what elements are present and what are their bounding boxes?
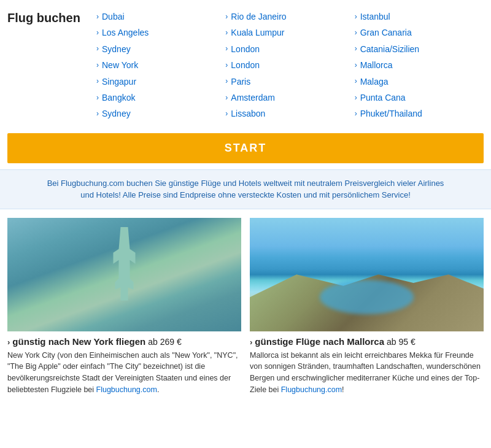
chevron-icon: › (96, 108, 99, 120)
chevron-icon: › (355, 11, 357, 23)
newyork-desc-link[interactable]: Flugbuchung.com (96, 385, 157, 394)
info-line-1: Bei Flugbuchung.com buchen Sie günstige … (12, 177, 479, 190)
newyork-description: New York City (von den Einheimischen auc… (7, 350, 241, 396)
start-button[interactable]: START (7, 133, 484, 163)
chevron-icon: › (96, 92, 99, 104)
chevron-icon: › (225, 108, 228, 120)
chevron-icon: › (96, 43, 99, 55)
chevron-icon: › (225, 92, 228, 104)
links-column-3: › Istanbul› Gran Canaria› Catania/Sizili… (355, 10, 484, 121)
chevron-icon: › (355, 108, 357, 120)
newyork-title-prefix: günstig nach (12, 336, 69, 347)
chevron-icon: › (96, 75, 99, 87)
chevron-icon: › (96, 11, 99, 23)
destination-link[interactable]: › Phuket/Thailand (355, 107, 484, 120)
destination-link[interactable]: › Sydney (96, 107, 225, 120)
newyork-image (7, 218, 241, 331)
destination-link[interactable]: › Catania/Sizilien (355, 42, 484, 56)
info-line-2: und Hotels! Alle Preise sind Endpreise o… (12, 189, 479, 201)
mallorca-desc-link[interactable]: Flugbuchung.com (281, 385, 342, 394)
cards-section: › günstig nach New York fliegen ab 269 €… (0, 209, 491, 404)
destination-link[interactable]: › Istanbul (355, 10, 484, 23)
destination-link[interactable]: › Paris (225, 75, 354, 88)
links-column-2: › Rio de Janeiro› Kuala Lumpur› London› … (225, 10, 354, 121)
chevron-icon: › (355, 92, 357, 104)
newyork-desc-end: . (157, 385, 159, 394)
destination-link[interactable]: › Bangkok (96, 91, 225, 104)
destination-link[interactable]: › Singapur (96, 75, 225, 88)
chevron-icon: › (96, 60, 99, 71)
destination-link[interactable]: › Mallorca (355, 58, 484, 72)
chevron-icon: › (225, 11, 228, 23)
links-grid: › Dubai› Los Angeles› Sydney› New York› … (96, 10, 484, 121)
page-title: Flug buchen (7, 10, 96, 26)
destination-link[interactable]: › New York (96, 58, 225, 72)
newyork-title-link[interactable]: New York fliegen (72, 336, 145, 347)
chevron-icon: › (225, 27, 228, 39)
mallorca-title-prefix: günstige Flüge nach (255, 336, 344, 347)
destination-link[interactable]: › Los Angeles (96, 26, 225, 39)
mallorca-title-link[interactable]: Mallorca (347, 336, 384, 347)
mallorca-desc-end: ! (342, 385, 344, 394)
mallorca-chevron-icon: › (250, 338, 252, 347)
mallorca-description: Mallorca ist bekannt als ein leicht erre… (250, 350, 484, 396)
top-section: Flug buchen › Dubai› Los Angeles› Sydney… (0, 0, 491, 127)
chevron-icon: › (355, 27, 357, 39)
destination-link[interactable]: › London (225, 58, 354, 72)
card-mallorca: › günstige Flüge nach Mallorca ab 95 € M… (250, 218, 484, 396)
destination-link[interactable]: › Rio de Janeiro (225, 10, 354, 23)
destination-link[interactable]: › Amsterdam (225, 91, 354, 104)
newyork-price: ab 269 € (148, 337, 182, 347)
title-area: Flug buchen (7, 10, 96, 121)
destination-link[interactable]: › Malaga (355, 75, 484, 88)
mallorca-image (250, 218, 484, 331)
mallorca-price: ab 95 € (387, 337, 416, 347)
chevron-icon: › (355, 43, 357, 55)
chevron-icon: › (225, 75, 228, 87)
links-column-1: › Dubai› Los Angeles› Sydney› New York› … (96, 10, 225, 121)
destination-link[interactable]: › Dubai (96, 10, 225, 23)
mallorca-card-title: › günstige Flüge nach Mallorca ab 95 € (250, 336, 484, 347)
chevron-icon: › (225, 43, 228, 55)
newyork-card-title: › günstig nach New York fliegen ab 269 € (7, 336, 241, 347)
start-button-section: START (0, 127, 491, 169)
destination-link[interactable]: › Punta Cana (355, 91, 484, 104)
destination-link[interactable]: › London (225, 42, 354, 56)
destination-link[interactable]: › Lissabon (225, 107, 354, 120)
destination-link[interactable]: › Sydney (96, 42, 225, 56)
destination-link[interactable]: › Kuala Lumpur (225, 26, 354, 39)
chevron-icon: › (355, 75, 357, 87)
destination-link[interactable]: › Gran Canaria (355, 26, 484, 39)
chevron-icon: › (225, 60, 228, 71)
info-text-section: Bei Flugbuchung.com buchen Sie günstige … (0, 169, 491, 209)
chevron-icon: › (96, 27, 99, 39)
newyork-chevron-icon: › (7, 338, 10, 347)
card-newyork: › günstig nach New York fliegen ab 269 €… (7, 218, 241, 396)
chevron-icon: › (355, 60, 357, 71)
